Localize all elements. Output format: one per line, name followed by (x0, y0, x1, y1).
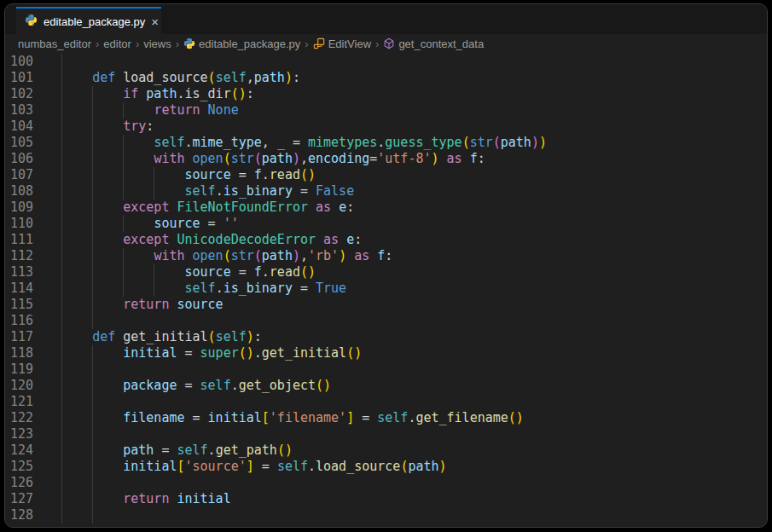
indent-guide (154, 183, 154, 200)
indent-guide (92, 297, 93, 313)
breadcrumb-item-views[interactable]: views (143, 38, 171, 50)
code-line[interactable]: 115 return source (5, 297, 767, 313)
breadcrumb-item-numbas-editor[interactable]: numbas_editor (18, 38, 91, 50)
line-content: package = self.get_object() (61, 378, 767, 394)
code-line[interactable]: 123 (5, 426, 767, 442)
code-token (61, 70, 92, 85)
line-number: 128 (5, 507, 33, 523)
code-token: : (146, 119, 154, 134)
close-icon[interactable]: × (151, 15, 159, 28)
code-line[interactable]: 112 with open(str(path),'rb') as f: (5, 248, 767, 264)
code-token (462, 151, 470, 166)
code-token: [ (177, 459, 184, 474)
breadcrumb-item-editview[interactable]: EditView (313, 38, 371, 50)
code-token: ) (439, 459, 447, 474)
indent-guide (61, 345, 62, 361)
code-line[interactable]: 128 (5, 507, 767, 523)
breadcrumb-label: editor (103, 38, 131, 50)
code-line[interactable]: 125 initial['source'] = self.load_source… (5, 459, 767, 475)
code-token: except (123, 232, 169, 247)
code-line[interactable]: 103 return None (5, 102, 767, 119)
line-number: 108 (5, 183, 33, 200)
breadcrumb-item-get-context-data[interactable]: get_context_data (383, 38, 484, 50)
line-content: self.is_binary = False (61, 183, 767, 200)
code-token: is_binary (223, 183, 293, 199)
code-line[interactable]: 107 source = f.read() (5, 167, 767, 183)
code-line[interactable]: 101 def load_source(self,path): (5, 70, 767, 86)
indent-guide (92, 102, 93, 119)
code-line[interactable]: 105 self.mime_type, _ = mimetypes.guess_… (5, 135, 767, 151)
code-token (185, 151, 193, 166)
code-token: '' (223, 216, 239, 231)
tab-title: editable_package.py (44, 15, 145, 28)
line-content: if path.is_dir(): (61, 86, 767, 102)
code-line[interactable]: 111 except UnicodeDecodeError as e: (5, 232, 767, 248)
code-line[interactable]: 127 return initial (5, 491, 767, 507)
code-token (331, 200, 339, 215)
indent-guide (123, 248, 124, 264)
code-token: with (154, 248, 184, 263)
line-number: 122 (5, 410, 33, 426)
code-token: True (316, 280, 346, 296)
code-line[interactable]: 124 path = self.get_path() (5, 442, 767, 459)
code-line[interactable]: 100 (5, 54, 767, 70)
indent-guide (123, 102, 124, 119)
code-token: e (339, 200, 346, 215)
line-content: source = f.read() (61, 167, 767, 183)
code-editor[interactable]: 100101 def load_source(self,path):102 if… (5, 53, 767, 527)
code-line[interactable]: 118 initial = super().get_initial() (5, 345, 767, 361)
code-line[interactable]: 126 (5, 475, 767, 491)
code-line[interactable]: 110 source = '' (5, 216, 767, 232)
code-line[interactable]: 109 except FileNotFoundError as e: (5, 200, 767, 216)
indent-guide (61, 313, 62, 329)
line-number: 102 (5, 86, 33, 102)
code-token: . (262, 167, 270, 182)
code-token: . (254, 345, 262, 361)
line-content: initial = super().get_initial() (61, 345, 767, 361)
code-line[interactable]: 104 try: (5, 119, 767, 135)
indent-guide (154, 264, 154, 280)
code-token: self (216, 70, 247, 85)
code-token: . (216, 183, 223, 199)
code-line[interactable]: 113 source = f.read() (5, 264, 767, 280)
code-line[interactable]: 120 package = self.get_object() (5, 378, 767, 394)
code-token: = (185, 410, 208, 425)
class-icon (313, 38, 325, 49)
code-line[interactable]: 108 self.is_binary = False (5, 183, 767, 200)
code-token: path (262, 151, 293, 166)
code-token: path (408, 459, 438, 474)
code-token: path (501, 135, 531, 150)
vscode-window: editable_package.py × numbas_editor›edit… (4, 3, 768, 528)
code-line[interactable]: 117 def get_initial(self): (5, 329, 767, 345)
indent-guide (61, 378, 62, 394)
chevron-right-icon: › (305, 38, 308, 50)
code-line[interactable]: 114 self.is_binary = True (5, 280, 767, 297)
code-line[interactable]: 116 (5, 313, 767, 329)
code-line[interactable]: 106 with open(str(path),encoding='utf-8'… (5, 151, 767, 167)
breadcrumb-label: get_context_data (398, 38, 484, 50)
code-token: str (231, 151, 254, 166)
code-token: . (231, 378, 239, 393)
code-token: as (323, 232, 339, 247)
breadcrumb-item-editor[interactable]: editor (103, 38, 131, 50)
code-token (61, 329, 92, 344)
code-line[interactable]: 121 (5, 394, 767, 410)
code-line[interactable]: 119 (5, 361, 767, 378)
code-token: self (216, 329, 247, 344)
code-line[interactable]: 122 filename = initial['filename'] = sel… (5, 410, 767, 426)
line-content: self.is_binary = True (61, 280, 767, 297)
breadcrumb-item-editable-package-py[interactable]: editable_package.py (183, 38, 300, 50)
code-token (369, 248, 377, 263)
line-number: 104 (5, 119, 33, 135)
code-token: self (177, 442, 207, 458)
indent-guide (61, 200, 62, 216)
code-token: read (270, 167, 300, 182)
indent-guide (92, 248, 93, 264)
line-number: 121 (5, 394, 33, 410)
tab-bar: editable_package.py × (5, 4, 767, 34)
code-line[interactable]: 102 if path.is_dir(): (5, 86, 767, 102)
code-token: super (200, 345, 239, 361)
python-icon (183, 38, 195, 49)
tab-editable-package[interactable]: editable_package.py × (16, 7, 161, 34)
code-token: str (470, 135, 493, 150)
